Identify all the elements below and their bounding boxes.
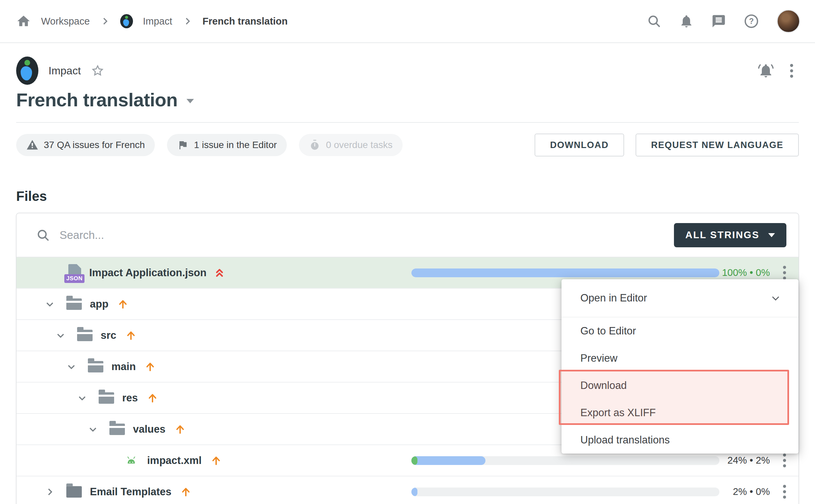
project-notifications-bell-icon[interactable] [758, 63, 774, 79]
chevron-right-icon[interactable] [45, 487, 55, 497]
upload-arrow-icon[interactable] [147, 392, 158, 404]
chevron-right-icon [182, 16, 193, 26]
folder-name[interactable]: src [101, 329, 116, 341]
qa-issues-badge[interactable]: 37 QA issues for French [16, 134, 155, 156]
translation-progress-bar [411, 456, 719, 465]
menu-item-export-as-xliff[interactable]: Export as XLIFF [562, 399, 799, 426]
folder-name[interactable]: res [122, 392, 138, 404]
breadcrumb-project[interactable]: Impact [143, 16, 172, 27]
messages-chat-icon[interactable] [711, 14, 726, 29]
page-title: French translation [16, 89, 178, 111]
caret-down-icon [768, 233, 775, 237]
timer-icon [309, 139, 320, 151]
breadcrumb-workspace[interactable]: Workspace [41, 16, 90, 27]
project-logo-large [16, 57, 38, 85]
menu-item-download[interactable]: Download [562, 372, 799, 399]
translation-progress-bar [411, 268, 719, 277]
project-name[interactable]: Impact [48, 65, 81, 77]
chevron-down-icon[interactable] [77, 393, 87, 403]
folder-row-email-templates[interactable]: Email Templates 2% • 0% [16, 476, 799, 504]
download-button[interactable]: DOWNLOAD [535, 134, 624, 156]
help-icon[interactable]: ? [744, 13, 759, 29]
chevron-down-icon [770, 293, 781, 303]
svg-text:?: ? [749, 17, 754, 26]
folder-open-icon [88, 361, 103, 372]
qa-issues-label: 37 QA issues for French [44, 140, 145, 150]
file-context-menu: Open in Editor Go to Editor Preview Down… [562, 279, 799, 454]
file-name[interactable]: impact.xml [147, 455, 202, 467]
files-toolbar: ALL STRINGS [16, 213, 799, 257]
overdue-tasks-badge: 0 overdue tasks [299, 134, 403, 156]
home-icon[interactable] [16, 14, 31, 29]
strings-filter-label: ALL STRINGS [685, 229, 759, 241]
menu-item-open-in-editor[interactable]: Open in Editor [562, 279, 799, 317]
upload-arrow-icon[interactable] [117, 298, 129, 310]
translation-stats: 2% • 0% [699, 486, 770, 497]
search-icon[interactable] [647, 14, 661, 29]
json-file-icon: JSON [67, 264, 81, 282]
folder-icon [66, 486, 82, 498]
menu-item-preview[interactable]: Preview [562, 345, 799, 372]
menu-item-go-to-editor[interactable]: Go to Editor [562, 317, 799, 345]
title-dropdown-caret-icon[interactable] [186, 99, 194, 103]
chevron-down-icon[interactable] [45, 299, 55, 309]
editor-issues-badge[interactable]: 1 issue in the Editor [167, 134, 287, 156]
upload-arrow-icon[interactable] [210, 455, 222, 467]
chevron-right-icon [100, 16, 110, 26]
status-and-actions-row: 37 QA issues for French 1 issue in the E… [16, 134, 799, 156]
row-more-menu-icon[interactable] [777, 485, 792, 499]
folder-name[interactable]: values [133, 423, 166, 435]
row-more-menu-icon[interactable] [777, 266, 792, 280]
folder-name[interactable]: Email Templates [90, 486, 171, 498]
folder-open-icon [77, 330, 93, 341]
upload-arrow-icon[interactable] [180, 486, 192, 498]
menu-item-upload-translations[interactable]: Upload translations [562, 426, 799, 454]
request-new-language-button[interactable]: REQUEST NEW LANGUAGE [636, 134, 799, 156]
editor-issues-label: 1 issue in the Editor [194, 140, 277, 150]
priority-high-icon [214, 267, 225, 279]
folder-open-icon [66, 298, 82, 310]
notifications-bell-icon[interactable] [679, 14, 694, 29]
topbar-actions: ? [647, 9, 800, 33]
breadcrumb-current-page: French translation [203, 16, 288, 27]
translation-stats: 24% • 2% [699, 455, 770, 466]
flag-icon [177, 139, 189, 151]
folder-open-icon [109, 424, 125, 435]
upload-arrow-icon[interactable] [174, 423, 186, 435]
page: Workspace Impact French translation ? [0, 0, 815, 504]
project-logo [120, 14, 133, 28]
search-icon [36, 228, 50, 242]
android-file-icon [124, 454, 139, 467]
menu-item-label: Open in Editor [580, 292, 647, 304]
strings-filter-button[interactable]: ALL STRINGS [674, 223, 786, 247]
chevron-down-icon[interactable] [56, 330, 66, 340]
files-section-title: Files [16, 189, 799, 204]
upload-arrow-icon[interactable] [125, 329, 137, 341]
project-more-menu-icon[interactable] [784, 64, 799, 78]
top-navigation-bar: Workspace Impact French translation ? [0, 0, 815, 43]
breadcrumb: Workspace Impact French translation [16, 14, 288, 29]
project-header: Impact French translation 37 QA issues f… [0, 57, 815, 156]
chevron-down-icon[interactable] [88, 424, 98, 434]
chevron-down-icon[interactable] [66, 362, 76, 372]
upload-arrow-icon[interactable] [144, 361, 156, 373]
translation-stats: 100% • 0% [699, 267, 770, 278]
folder-name[interactable]: app [90, 298, 108, 310]
folder-open-icon [99, 392, 114, 404]
files-search-input[interactable] [60, 229, 674, 242]
folder-name[interactable]: main [111, 361, 136, 373]
row-more-menu-icon[interactable] [777, 454, 792, 467]
star-favorite-icon[interactable] [91, 64, 104, 77]
user-avatar[interactable] [777, 9, 800, 33]
header-divider [16, 122, 799, 123]
warning-icon [26, 139, 38, 151]
overdue-tasks-label: 0 overdue tasks [326, 140, 393, 150]
translation-progress-bar [411, 488, 719, 496]
file-name[interactable]: Impact Application.json [89, 267, 207, 279]
